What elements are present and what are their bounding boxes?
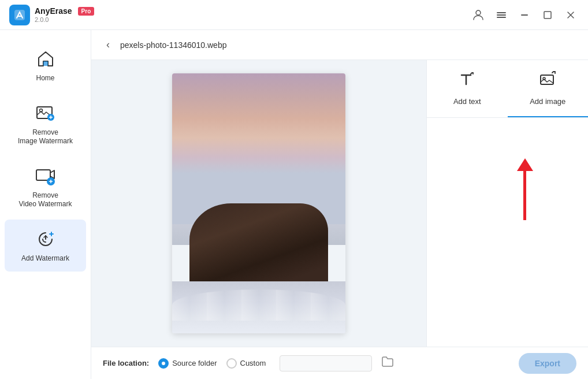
remove-image-watermark-icon bbox=[34, 102, 57, 125]
custom-radio[interactable]: Custom bbox=[226, 358, 266, 369]
sidebar-item-home[interactable]: Home bbox=[5, 39, 86, 91]
svg-rect-5 bbox=[521, 14, 528, 16]
editor-area: Add text Add image bbox=[91, 60, 588, 347]
sidebar-item-label-remove-image: RemoveImage Watermark bbox=[18, 128, 73, 146]
title-bar-actions bbox=[470, 7, 579, 23]
custom-label: Custom bbox=[240, 359, 266, 367]
svg-rect-4 bbox=[497, 17, 506, 18]
sidebar-item-label-remove-video: RemoveVideo Watermark bbox=[18, 191, 72, 209]
tab-add-image-label: Add image bbox=[530, 97, 565, 106]
filename-label: pexels-photo-11346010.webp bbox=[120, 40, 226, 50]
image-panel bbox=[91, 60, 426, 347]
tools-tabs: Add text Add image bbox=[427, 60, 588, 118]
folder-browse-icon[interactable] bbox=[381, 356, 394, 370]
svg-rect-9 bbox=[43, 61, 48, 66]
main-layout: Home RemoveImage Watermark bbox=[0, 30, 588, 379]
app-name-group: AnyErase Pro 2.0.0 bbox=[35, 6, 94, 23]
maximize-button[interactable] bbox=[539, 7, 556, 23]
title-bar: AnyErase Pro 2.0.0 bbox=[0, 0, 588, 30]
tab-add-image[interactable]: Add image bbox=[508, 60, 589, 117]
file-location-label: File location: bbox=[103, 359, 149, 367]
svg-rect-6 bbox=[544, 12, 551, 18]
custom-path-input[interactable] bbox=[280, 355, 372, 371]
home-icon bbox=[34, 47, 57, 70]
content-area: ‹ pexels-photo-11346010.webp bbox=[91, 30, 588, 379]
svg-rect-2 bbox=[497, 12, 506, 13]
back-button[interactable]: ‹ bbox=[103, 36, 113, 53]
svg-rect-3 bbox=[497, 14, 506, 16]
source-folder-radio[interactable]: Source folder bbox=[158, 358, 217, 369]
export-button[interactable]: Export bbox=[519, 353, 576, 374]
svg-point-1 bbox=[476, 10, 481, 15]
close-button[interactable] bbox=[563, 7, 579, 23]
content-topbar: ‹ pexels-photo-11346010.webp bbox=[91, 30, 588, 60]
sidebar-item-add-watermark[interactable]: Add Watermark bbox=[5, 220, 86, 272]
arrow-annotation bbox=[427, 118, 588, 347]
source-folder-radio-indicator bbox=[158, 358, 169, 369]
custom-radio-indicator bbox=[226, 358, 237, 369]
tab-add-text-label: Add text bbox=[453, 97, 481, 106]
sidebar-item-label-add-watermark: Add Watermark bbox=[21, 254, 69, 263]
sidebar-item-label-home: Home bbox=[36, 74, 54, 83]
sidebar-item-remove-video-watermark[interactable]: RemoveVideo Watermark bbox=[5, 157, 86, 217]
pro-badge: Pro bbox=[78, 7, 95, 16]
add-image-icon bbox=[538, 70, 557, 92]
account-icon[interactable] bbox=[470, 7, 486, 23]
menu-icon[interactable] bbox=[493, 7, 509, 23]
remove-video-watermark-icon bbox=[34, 165, 57, 188]
app-version: 2.0.0 bbox=[35, 16, 94, 23]
source-folder-label: Source folder bbox=[172, 359, 217, 367]
app-logo bbox=[9, 5, 30, 25]
app-name: AnyErase bbox=[35, 6, 72, 16]
image-container bbox=[172, 73, 345, 333]
tools-panel: Add text Add image bbox=[426, 60, 588, 347]
red-arrow bbox=[517, 158, 533, 220]
svg-rect-16 bbox=[541, 75, 553, 84]
tab-add-text[interactable]: Add text bbox=[427, 60, 508, 117]
add-watermark-icon bbox=[34, 228, 57, 251]
sidebar: Home RemoveImage Watermark bbox=[0, 30, 91, 379]
sidebar-item-remove-image-watermark[interactable]: RemoveImage Watermark bbox=[5, 94, 86, 154]
bottom-bar: File location: Source folder Custom Expo… bbox=[91, 347, 588, 379]
minimize-button[interactable] bbox=[516, 7, 533, 23]
add-text-icon bbox=[458, 70, 477, 92]
